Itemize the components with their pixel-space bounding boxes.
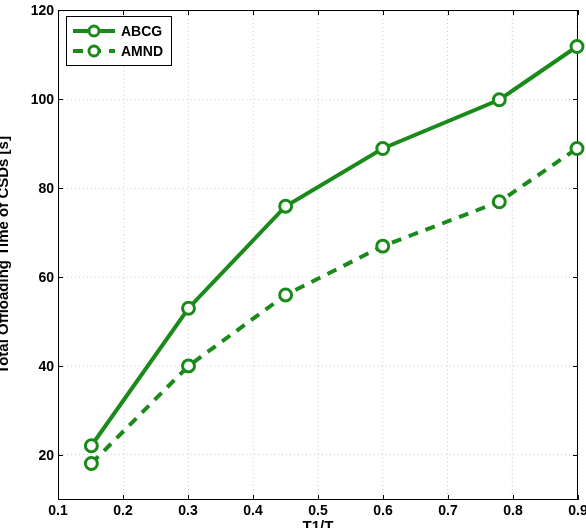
legend-label-abcg: ABCG bbox=[121, 23, 162, 39]
data-marker bbox=[183, 360, 195, 372]
chart-container: 20406080100120 0.10.20.30.40.50.60.70.80… bbox=[0, 0, 586, 528]
data-marker bbox=[85, 458, 97, 470]
x-tick: 0.7 bbox=[438, 502, 457, 518]
legend-swatch-amnd bbox=[73, 44, 115, 58]
svg-point-16 bbox=[89, 26, 99, 36]
data-marker bbox=[571, 143, 583, 155]
x-tick: 0.3 bbox=[178, 502, 197, 518]
y-tick: 100 bbox=[14, 91, 54, 107]
y-tick: 20 bbox=[14, 447, 54, 463]
x-tick: 0.6 bbox=[373, 502, 392, 518]
x-tick: 0.5 bbox=[308, 502, 327, 518]
plot-svg bbox=[59, 11, 577, 499]
data-marker bbox=[377, 143, 389, 155]
y-axis-label-text: Total Offloading Time of CSDs [s] bbox=[0, 136, 11, 374]
y-axis-label: Total Offloading Time of CSDs [s] bbox=[0, 17, 11, 255]
grid bbox=[59, 11, 577, 499]
svg-point-18 bbox=[89, 46, 99, 56]
x-tick: 0.8 bbox=[503, 502, 522, 518]
legend-entry-amnd: AMND bbox=[73, 41, 163, 61]
legend-label-amnd: AMND bbox=[121, 43, 163, 59]
legend: ABCG AMND bbox=[66, 16, 172, 66]
data-marker bbox=[377, 240, 389, 252]
legend-entry-abcg: ABCG bbox=[73, 21, 163, 41]
data-marker bbox=[571, 41, 583, 53]
x-tick: 0.4 bbox=[243, 502, 262, 518]
series-group bbox=[85, 41, 583, 470]
x-tick: 0.1 bbox=[48, 502, 67, 518]
data-marker bbox=[85, 440, 97, 452]
legend-swatch-abcg bbox=[73, 24, 115, 38]
data-marker bbox=[493, 196, 505, 208]
x-tick: 0.2 bbox=[113, 502, 132, 518]
y-tick: 80 bbox=[14, 180, 54, 196]
data-marker bbox=[493, 94, 505, 106]
data-marker bbox=[183, 302, 195, 314]
y-tick: 120 bbox=[14, 2, 54, 18]
series-line-abcg bbox=[91, 46, 577, 445]
x-tick: 0.9 bbox=[568, 502, 586, 518]
y-tick: 40 bbox=[14, 358, 54, 374]
data-marker bbox=[280, 200, 292, 212]
x-axis-label: T1/T bbox=[303, 517, 334, 528]
y-tick: 60 bbox=[14, 269, 54, 285]
plot-area bbox=[58, 10, 578, 500]
series-line-amnd bbox=[91, 149, 577, 464]
data-marker bbox=[280, 289, 292, 301]
